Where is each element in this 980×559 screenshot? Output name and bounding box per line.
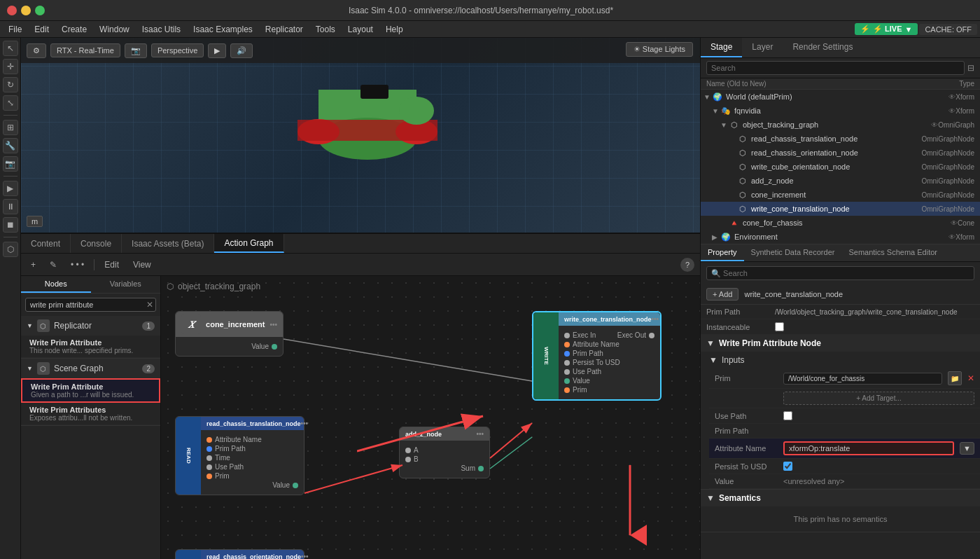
tab-render-settings[interactable]: Render Settings [783, 38, 862, 57]
tab-property[interactable]: Property [701, 244, 744, 261]
graph-edit-icon-btn[interactable]: ✎ [46, 258, 61, 271]
tree-write-cone-translation[interactable]: ⬡ write_cone_translation_node OmniGraphN… [701, 202, 980, 216]
node-add-z[interactable]: add_z_node ••• A B [399, 427, 490, 478]
tab-stage[interactable]: Stage [701, 38, 742, 57]
eye-icon[interactable]: 👁 [951, 219, 958, 227]
node-write-prim-attrs[interactable]: Write Prim Attributes Exposes attribu...… [21, 403, 160, 425]
persist-to-usd-checkbox[interactable] [783, 462, 792, 471]
graph-add-btn[interactable]: + [27, 258, 40, 271]
viewport-settings-btn[interactable]: ⚙ [27, 43, 46, 58]
viewport-camera-icon[interactable]: 📷 [125, 43, 147, 58]
tree-write-cube-orientation[interactable]: ⬡ write_cube_orientation_node OmniGraphN… [701, 160, 980, 174]
node-search-input[interactable] [25, 298, 156, 312]
tool-rotate[interactable]: ↻ [3, 77, 18, 92]
tree-environment[interactable]: ▶ 🌍 Environment 👁 Xform [701, 230, 980, 244]
inputs-header[interactable]: ▼ Inputs [709, 352, 980, 368]
tab-synthetic-data[interactable]: Synthetic Data Recorder [744, 244, 842, 261]
node-read-chassis-translation[interactable]: READ read_chassis_translation_node ••• A… [175, 416, 304, 495]
eye-icon[interactable]: 👁 [948, 93, 955, 101]
graph-canvas[interactable]: ⬡ object_tracking_graph 𝑋 cone_increment… [161, 276, 700, 559]
stage-lights-button[interactable]: ☀ Stage Lights [626, 42, 693, 57]
add-target-button[interactable]: + Add Target... [783, 392, 974, 405]
node-write-prim-attr-selected[interactable]: Write Prim Attribute Given a path to ...… [21, 378, 160, 403]
tree-object-tracking-graph[interactable]: ▼ ⬡ object_tracking_graph 👁 OmniGraph [701, 118, 980, 132]
property-add-button[interactable]: + Add [706, 288, 738, 301]
menu-isaac-examples[interactable]: Isaac Examples [188, 23, 258, 36]
tab-nodes[interactable]: Nodes [21, 276, 91, 293]
tab-semantics-schema[interactable]: Semantics Schema Editor [841, 244, 944, 261]
tool-scale[interactable]: ⤡ [3, 95, 18, 111]
use-path-checkbox[interactable] [783, 411, 792, 420]
node-read-chassis-orientation[interactable]: READ read_chassis_orientation_node ••• A… [175, 549, 304, 559]
tree-cone-for-chassis[interactable]: 🔺 cone_for_chassis 👁 Cone [701, 216, 980, 230]
menu-create[interactable]: Create [56, 23, 92, 36]
expand-icon[interactable]: ▼ [720, 121, 729, 129]
viewport-audio-btn[interactable]: 🔊 [230, 43, 253, 58]
more-dots-icon[interactable]: ••• [476, 430, 484, 438]
more-dots-icon[interactable]: ••• [301, 553, 309, 559]
tool-move[interactable]: ✛ [3, 59, 18, 74]
semantics-header[interactable]: ▼ Semantics [701, 490, 980, 506]
tool-snap[interactable]: ⊞ [3, 120, 18, 135]
prim-input[interactable] [783, 373, 942, 385]
graph-more-btn[interactable]: • • • [66, 258, 88, 271]
browse-button[interactable]: 📁 [948, 371, 962, 385]
category-replicator-header[interactable]: ▼ ⬡ Replicator 1 [21, 316, 160, 336]
tool-camera[interactable]: 📷 [3, 156, 18, 172]
clear-button[interactable]: ✕ [967, 373, 974, 383]
attribute-dropdown-btn[interactable]: ▼ [960, 442, 974, 455]
minimize-button[interactable] [21, 6, 31, 15]
eye-icon[interactable]: 👁 [931, 121, 938, 129]
viewport-more-btn[interactable]: ▶ [208, 43, 226, 58]
menu-help[interactable]: Help [380, 23, 409, 36]
menu-file[interactable]: File [3, 23, 27, 36]
category-scene-graph-header[interactable]: ▼ ⬡ Scene Graph 2 [21, 359, 160, 378]
tab-layer[interactable]: Layer [742, 38, 783, 57]
tool-pause[interactable]: ⏸ [3, 199, 18, 214]
expand-icon[interactable]: ▼ [704, 93, 712, 101]
tree-add-z[interactable]: ⬡ add_z_node OmniGraphNode [701, 174, 980, 188]
node-write-prim-attr-replicator[interactable]: Write Prim Attribute This node write... … [21, 336, 160, 358]
write-prim-section-header[interactable]: ▼ Write Prim Attribute Node [701, 335, 980, 352]
viewport-perspective-btn[interactable]: Perspective [151, 43, 204, 57]
tree-cone-increment[interactable]: ⬡ cone_increment OmniGraphNode [701, 188, 980, 202]
tab-variables[interactable]: Variables [91, 276, 161, 293]
menu-tools[interactable]: Tools [310, 23, 341, 36]
menu-window[interactable]: Window [94, 23, 135, 36]
tree-read-chassis-orientation[interactable]: ⬡ read_chassis_orientation_node OmniGrap… [701, 146, 980, 160]
tool-select[interactable]: ↖ [3, 41, 18, 56]
eye-icon[interactable]: 👁 [948, 233, 955, 241]
close-button[interactable] [7, 6, 17, 15]
tab-action-graph[interactable]: Action Graph [214, 234, 284, 253]
filter-icon[interactable]: ⊟ [967, 63, 974, 73]
stage-search-input[interactable] [706, 61, 965, 75]
search-clear-icon[interactable]: ✕ [146, 300, 153, 310]
tab-console[interactable]: Console [71, 234, 122, 253]
tool-physics[interactable]: 🔧 [3, 138, 18, 153]
eye-icon[interactable]: 👁 [948, 107, 955, 115]
tree-fqnvidia[interactable]: ▼ 🎭 fqnvidia 👁 Xform [701, 104, 980, 118]
tab-isaac-assets[interactable]: Isaac Assets (Beta) [122, 234, 214, 253]
attribute-name-input[interactable] [783, 441, 954, 455]
expand-icon[interactable]: ▼ [712, 107, 720, 115]
tool-layers[interactable]: ⬡ [3, 242, 18, 257]
node-write-cone-translation[interactable]: WRITE write_cone_translation_node ••• Ex… [532, 311, 662, 401]
viewport-rtx-btn[interactable]: RTX - Real-Time [50, 43, 120, 57]
property-search-input[interactable] [706, 266, 974, 280]
menu-isaac-utils[interactable]: Isaac Utils [136, 23, 186, 36]
menu-replicator[interactable]: Replicator [260, 23, 309, 36]
tool-stop[interactable]: ⏹ [3, 217, 18, 233]
more-dots-icon[interactable]: ••• [652, 315, 659, 323]
graph-edit-menu-btn[interactable]: Edit [100, 258, 123, 271]
tree-world[interactable]: ▼ 🌍 World (defaultPrim) 👁 Xform [701, 90, 980, 104]
more-dots-icon[interactable]: ••• [270, 321, 277, 329]
menu-layout[interactable]: Layout [342, 23, 379, 36]
expand-icon[interactable]: ▶ [712, 233, 720, 241]
menu-edit[interactable]: Edit [29, 23, 55, 36]
instanceable-checkbox[interactable] [775, 322, 784, 331]
more-dots-icon[interactable]: ••• [301, 420, 309, 427]
tree-read-chassis-translation[interactable]: ⬡ read_chassis_translation_node OmniGrap… [701, 132, 980, 146]
graph-view-menu-btn[interactable]: View [129, 258, 155, 271]
help-button[interactable]: ? [680, 258, 694, 272]
tool-play[interactable]: ▶ [3, 181, 18, 196]
